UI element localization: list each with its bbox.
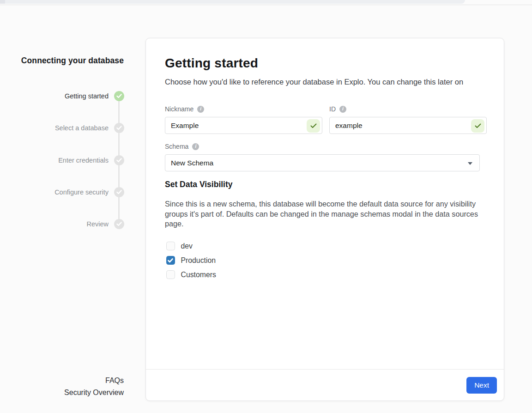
next-button[interactable]: Next	[466, 377, 497, 394]
data-visibility-heading: Set Data Visibility	[165, 180, 233, 189]
checkbox-label: Production	[181, 256, 216, 265]
info-icon[interactable]: i	[192, 143, 199, 150]
step-review[interactable]: Review	[0, 219, 124, 229]
nickname-input[interactable]	[165, 117, 322, 134]
id-label: ID	[329, 105, 336, 113]
valid-check-icon	[307, 119, 320, 133]
step-label: Select a database	[55, 124, 109, 132]
step-check-icon	[114, 155, 124, 165]
checkbox-label: dev	[181, 242, 193, 250]
step-label: Review	[86, 220, 109, 228]
nickname-field: Nickname i	[165, 105, 322, 134]
schema-field: Schema i New Schema	[165, 143, 480, 171]
checkbox-icon	[166, 256, 175, 265]
data-visibility-description: Since this is a new schema, this databas…	[165, 199, 484, 229]
step-label: Configure security	[54, 188, 109, 196]
step-enter-credentials[interactable]: Enter credentials	[0, 155, 124, 165]
visibility-checkbox-production[interactable]: Production	[166, 253, 216, 267]
visibility-group-list: dev Production Customers	[166, 239, 216, 282]
schema-select[interactable]: New Schema	[165, 154, 480, 171]
security-overview-link[interactable]: Security Overview	[18, 387, 124, 399]
faqs-link[interactable]: FAQs	[18, 375, 124, 387]
checkbox-icon	[166, 270, 175, 279]
step-label: Enter credentials	[58, 157, 109, 164]
checkbox-label: Customers	[181, 271, 216, 279]
step-getting-started[interactable]: Getting started	[0, 91, 124, 101]
page-title: Getting started	[165, 56, 258, 71]
id-field: ID i	[329, 105, 487, 134]
wizard-card: Getting started Choose how you'd like to…	[145, 38, 504, 401]
step-check-icon	[114, 219, 124, 229]
id-input[interactable]	[330, 117, 486, 134]
schema-select-value: New Schema	[171, 159, 213, 167]
step-configure-security[interactable]: Configure security	[0, 187, 124, 197]
step-select-database[interactable]: Select a database	[0, 123, 124, 133]
visibility-checkbox-customers[interactable]: Customers	[166, 267, 216, 282]
sidebar-links: FAQs Security Overview	[18, 375, 124, 399]
step-check-icon	[114, 91, 124, 101]
step-check-icon	[114, 123, 124, 133]
info-icon[interactable]: i	[197, 106, 204, 113]
schema-label: Schema	[165, 143, 188, 150]
step-list: Getting started Select a database Enter …	[0, 0, 124, 413]
info-icon[interactable]: i	[339, 106, 346, 113]
step-label: Getting started	[65, 92, 109, 100]
nickname-label: Nickname	[165, 105, 193, 113]
chevron-down-icon	[468, 162, 472, 165]
visibility-checkbox-dev[interactable]: dev	[166, 239, 216, 253]
checkbox-icon	[166, 242, 175, 250]
step-check-icon	[114, 187, 124, 197]
valid-check-icon	[471, 119, 484, 133]
page-subtitle: Choose how you'd like to reference your …	[165, 78, 493, 86]
card-footer: Next	[146, 369, 504, 401]
